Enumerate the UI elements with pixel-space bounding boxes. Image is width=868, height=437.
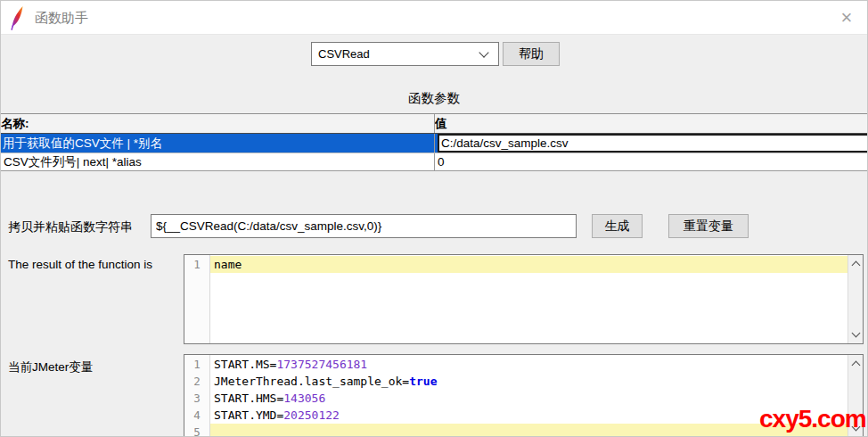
param-value-cell: C:/data/csv_sample.csv: [435, 134, 868, 153]
param-name-cell[interactable]: 用于获取值的CSV文件 | *别名: [1, 134, 435, 153]
section-title-function-params: 函数参数: [1, 90, 867, 107]
chevron-down-icon: [479, 47, 488, 57]
vertical-scrollbar[interactable]: [848, 255, 863, 343]
param-name-cell[interactable]: CSV文件列号| next| *alias: [1, 153, 435, 170]
params-table-header: 名称: 值: [1, 114, 868, 134]
param-value-editor[interactable]: C:/data/csv_sample.csv: [438, 134, 868, 153]
reset-variables-button[interactable]: 重置变量: [668, 214, 749, 238]
result-line: name: [210, 256, 848, 273]
variable-line: START.HMS=143056: [210, 390, 848, 407]
variable-line: START.YMD=20250122: [210, 407, 848, 424]
generate-button[interactable]: 生成: [592, 214, 643, 238]
result-label: The result of the function is: [8, 258, 152, 271]
variable-line: START.MS=1737527456181: [210, 356, 848, 373]
function-string-input[interactable]: [151, 214, 577, 238]
function-select-value: CSVRead: [312, 47, 480, 61]
variable-line: JMeterThread.last_sample_ok=true: [210, 373, 848, 390]
line-number-gutter: 1: [184, 255, 210, 343]
close-icon[interactable]: ×: [833, 4, 860, 31]
scroll-up-icon[interactable]: [851, 261, 860, 270]
table-row-selected[interactable]: 用于获取值的CSV文件 | *别名 C:/data/csv_sample.csv: [1, 134, 868, 153]
param-value-cell[interactable]: 0: [435, 153, 868, 170]
line-number-gutter: 1 2 3 4 5: [184, 355, 210, 437]
title-bar: 函数助手 ×: [1, 1, 867, 35]
help-button[interactable]: 帮助: [503, 42, 560, 66]
variables-content[interactable]: START.MS=1737527456181 JMeterThread.last…: [210, 355, 848, 437]
column-header-name: 名称:: [1, 114, 435, 133]
function-helper-dialog: 函数助手 × CSVRead 帮助 函数参数 名称: 值 用于获取值的CSV文件…: [0, 0, 868, 437]
jmeter-variables-label: 当前JMeter变量: [8, 359, 93, 375]
scroll-down-icon[interactable]: [851, 329, 860, 338]
table-row[interactable]: CSV文件列号| next| *alias 0: [1, 153, 868, 171]
jmeter-feather-icon: [10, 5, 25, 35]
window-title: 函数助手: [35, 10, 88, 27]
result-content[interactable]: name: [210, 255, 848, 343]
column-header-value: 值: [435, 114, 868, 133]
function-string-label: 拷贝并粘贴函数字符串: [8, 219, 133, 235]
function-select[interactable]: CSVRead: [311, 42, 499, 66]
result-textarea[interactable]: 1 name: [184, 254, 864, 344]
params-table: 名称: 值 用于获取值的CSV文件 | *别名 C:/data/csv_samp…: [1, 113, 868, 171]
watermark: cxy5.com: [759, 405, 866, 433]
scroll-up-icon[interactable]: [851, 361, 860, 370]
variable-line-current: [210, 424, 848, 437]
